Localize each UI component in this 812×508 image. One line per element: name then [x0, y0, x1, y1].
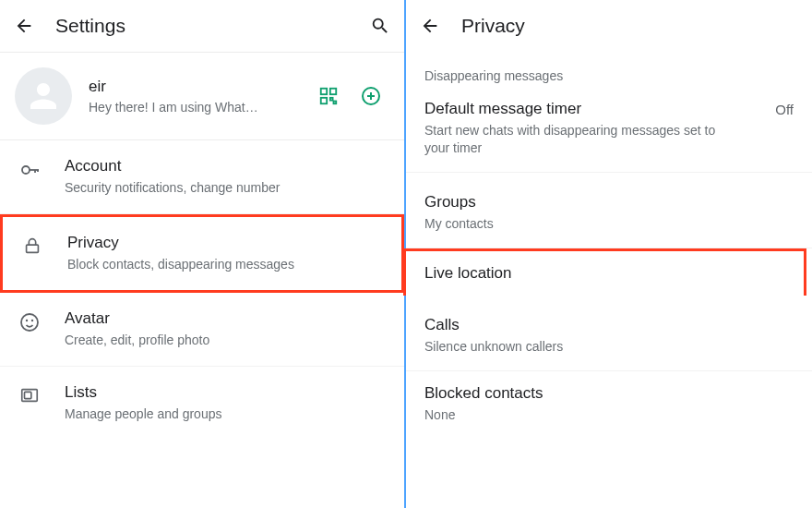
avatar [15, 67, 72, 125]
privacy-item-live-location[interactable]: Live location [403, 248, 806, 296]
svg-point-8 [22, 166, 30, 174]
item-title: Lists [65, 383, 389, 402]
key-icon [17, 157, 42, 181]
item-subtitle: Security notifications, change number [65, 179, 389, 197]
privacy-item-default-timer[interactable]: Default message timer Start new chats wi… [406, 87, 812, 173]
list-icon [17, 383, 42, 405]
item-subtitle: Manage people and groups [65, 405, 389, 423]
item-subtitle: None [424, 406, 720, 424]
search-icon[interactable] [367, 13, 393, 39]
privacy-item-calls[interactable]: Calls Silence unknown callers [406, 296, 812, 371]
item-title: Blocked contacts [424, 384, 794, 403]
item-subtitle: Create, edit, profile photo [65, 332, 389, 349]
settings-header: Settings [0, 0, 404, 52]
back-icon[interactable] [417, 13, 443, 39]
svg-rect-0 [321, 89, 327, 94]
lock-icon [19, 234, 45, 256]
qr-icon[interactable] [316, 83, 341, 109]
item-subtitle: My contacts [424, 215, 720, 233]
svg-rect-1 [330, 89, 336, 94]
settings-item-avatar[interactable]: Avatar Create, edit, profile photo [0, 293, 404, 367]
svg-point-15 [31, 320, 33, 321]
item-value: Off [766, 100, 794, 117]
privacy-item-groups[interactable]: Groups My contacts [406, 173, 812, 248]
svg-rect-17 [25, 392, 31, 398]
svg-point-14 [26, 320, 28, 321]
svg-rect-3 [330, 98, 333, 101]
section-label-disappearing: Disappearing messages [406, 52, 812, 87]
profile-actions [316, 83, 384, 109]
item-title: Default message timer [424, 100, 766, 118]
back-icon[interactable] [11, 13, 37, 39]
item-title: Privacy [67, 234, 387, 252]
item-title: Live location [424, 264, 785, 283]
settings-item-privacy[interactable]: Privacy Block contacts, disappearing mes… [0, 214, 404, 293]
svg-rect-2 [321, 98, 327, 103]
item-title: Calls [424, 316, 794, 334]
profile-row[interactable]: eir Hey there! I am using What… [0, 52, 404, 140]
settings-pane: Settings eir Hey there! I am using What… [0, 0, 406, 508]
profile-text: eir Hey there! I am using What… [89, 78, 299, 115]
face-icon [17, 309, 42, 333]
item-title: Groups [424, 193, 794, 212]
privacy-item-blocked[interactable]: Blocked contacts None [406, 371, 812, 439]
svg-point-13 [21, 314, 38, 331]
settings-item-account[interactable]: Account Security notifications, change n… [0, 140, 404, 214]
svg-rect-4 [334, 102, 337, 104]
item-subtitle: Silence unknown callers [424, 338, 720, 356]
profile-name: eir [89, 78, 299, 96]
item-subtitle: Block contacts, disappearing messages [67, 256, 387, 273]
privacy-header: Privacy [406, 0, 812, 52]
item-subtitle: Start new chats with disappearing messag… [424, 122, 720, 157]
privacy-title: Privacy [461, 15, 801, 37]
item-title: Account [65, 157, 389, 175]
add-icon[interactable] [358, 83, 384, 109]
profile-status: Hey there! I am using What… [89, 100, 299, 115]
settings-title: Settings [55, 15, 349, 37]
privacy-pane: Privacy Disappearing messages Default me… [406, 0, 812, 508]
svg-rect-12 [27, 245, 39, 252]
item-title: Avatar [65, 309, 389, 328]
settings-item-lists[interactable]: Lists Manage people and groups [0, 367, 404, 440]
